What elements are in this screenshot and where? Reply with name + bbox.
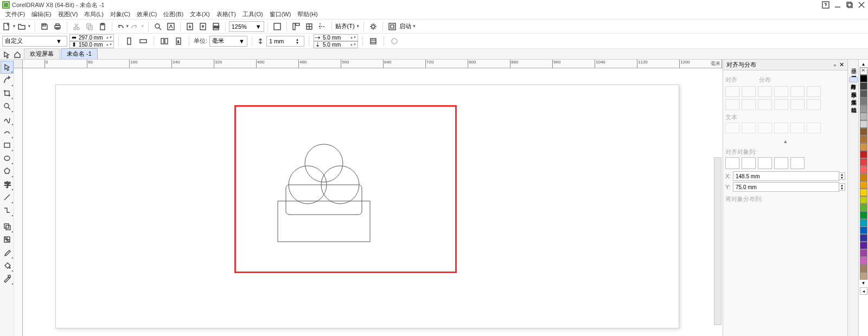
dist-top-button[interactable] [774, 99, 788, 110]
tool-rectangle[interactable] [1, 139, 14, 152]
collapse-toggle[interactable]: ▴ [725, 138, 845, 145]
menu-object[interactable]: 对象(C) [107, 10, 133, 18]
options-icon[interactable] [388, 35, 400, 47]
dup-y-input[interactable] [322, 42, 349, 48]
canvas-area[interactable]: 毫米 0801602403204004805606407208008809601… [14, 60, 723, 336]
paste-button[interactable] [97, 21, 108, 33]
palette-up-icon[interactable]: ▲ [860, 61, 867, 67]
target-page-edge-button[interactable] [742, 157, 756, 169]
color-swatch[interactable] [860, 98, 867, 105]
minimize-icon[interactable] [833, 1, 842, 9]
align-center-v-button[interactable] [742, 99, 756, 110]
zoom-combo[interactable]: ▼ [229, 21, 264, 32]
menu-edit[interactable]: 编辑(E) [28, 10, 55, 18]
tab-welcome[interactable]: 欢迎屏幕 [24, 48, 60, 59]
align-left-button[interactable] [725, 86, 739, 97]
align-bottom-button[interactable] [758, 99, 772, 110]
launch-button[interactable]: 启动▼ [399, 22, 417, 30]
docker-tab-fonts[interactable]: 字体乐园 [849, 86, 858, 90]
spinner-icon[interactable]: ▲▼ [105, 36, 113, 39]
coord-x-input[interactable] [733, 171, 839, 181]
docker-tab-align[interactable]: 对齐与分布 [849, 77, 858, 82]
ruler-horizontal[interactable]: 毫米 0801602403204004805606407208008809601… [23, 60, 723, 68]
menu-effects[interactable]: 效果(C) [133, 10, 160, 18]
menu-bitmap[interactable]: 位图(B) [160, 10, 187, 18]
export-button[interactable] [197, 21, 209, 33]
dist-center-v-button[interactable] [790, 99, 805, 110]
palette-down-icon[interactable]: ▼ [860, 280, 867, 286]
chevron-down-icon[interactable]: ▼ [56, 38, 62, 44]
target-page-center-button[interactable] [758, 157, 772, 169]
portrait-button[interactable] [123, 35, 135, 47]
maximize-icon[interactable] [845, 1, 854, 9]
copy-button[interactable] [84, 21, 95, 33]
color-swatch[interactable] [860, 158, 867, 166]
units-combo[interactable]: ▼ [209, 36, 247, 47]
dist-spacing-h-button[interactable] [807, 86, 821, 97]
color-swatch[interactable] [860, 113, 867, 120]
color-swatch[interactable] [860, 264, 867, 272]
options-button[interactable] [367, 21, 379, 33]
snap-button[interactable]: 贴齐(T)▼ [335, 22, 360, 30]
pointer-icon[interactable] [2, 50, 11, 59]
coord-y-input[interactable] [733, 182, 839, 192]
scrollbar-vertical[interactable] [714, 157, 722, 325]
close-icon[interactable] [857, 1, 866, 9]
menu-table[interactable]: 表格(T) [213, 10, 239, 18]
all-pages-button[interactable] [158, 35, 170, 47]
docker-close-icon[interactable]: ✕ [839, 61, 844, 68]
color-swatch[interactable] [860, 219, 867, 227]
color-swatch[interactable] [860, 173, 867, 181]
color-swatch[interactable] [860, 234, 867, 242]
tool-pick[interactable] [1, 61, 14, 74]
align-top-button[interactable] [725, 99, 739, 110]
color-swatch[interactable] [860, 257, 867, 264]
docker-tab-hints[interactable]: 提示 [849, 62, 858, 66]
menu-tools[interactable]: 工具(O) [239, 10, 266, 18]
docker-tab-guides[interactable]: 辅助线 [849, 101, 858, 105]
connect-button[interactable] [165, 21, 177, 33]
palette-flyout-icon[interactable]: ◂ [860, 287, 867, 295]
color-swatch[interactable] [860, 120, 867, 128]
redo-button[interactable]: ▼ [131, 22, 145, 31]
show-rulers-button[interactable] [290, 21, 302, 33]
align-center-h-button[interactable] [742, 86, 756, 97]
tool-text[interactable]: 字 [1, 178, 14, 191]
color-swatch[interactable] [860, 227, 867, 234]
tool-eyedropper[interactable] [1, 246, 14, 259]
color-swatch[interactable] [860, 272, 867, 280]
landscape-button[interactable] [137, 35, 149, 47]
page-width-input[interactable] [78, 35, 105, 41]
search-button[interactable] [152, 21, 164, 33]
target-grid-button[interactable] [774, 157, 788, 169]
menu-view[interactable]: 视图(V) [55, 10, 81, 18]
text-align-1[interactable] [725, 122, 739, 133]
color-swatch[interactable] [860, 211, 867, 219]
treat-as-filled-button[interactable] [367, 35, 379, 47]
nudge-input[interactable]: ▲▼ [266, 36, 304, 47]
tool-transparency[interactable] [1, 233, 14, 246]
fullscreen-button[interactable] [271, 21, 283, 33]
docker-tab-object-manager[interactable]: 对象管理器 [849, 69, 858, 74]
tool-polygon[interactable] [1, 165, 14, 178]
align-right-button[interactable] [758, 86, 772, 97]
cut-button[interactable] [71, 21, 82, 33]
color-swatch[interactable] [860, 82, 867, 90]
tool-freehand[interactable] [1, 113, 14, 126]
tool-ellipse[interactable] [1, 152, 14, 165]
color-swatch[interactable] [860, 151, 867, 158]
text-align-5[interactable] [790, 122, 805, 133]
pdf-button[interactable]: PDF [210, 21, 222, 33]
spinner-icon[interactable]: ▲▼ [105, 43, 113, 46]
tool-fill[interactable] [1, 259, 14, 272]
import-button[interactable] [184, 21, 196, 33]
ruler-vertical[interactable] [14, 68, 23, 336]
chevron-down-icon[interactable]: ▼ [256, 23, 261, 30]
text-align-2[interactable] [742, 122, 756, 133]
color-swatch[interactable] [860, 242, 867, 249]
menu-text[interactable]: 文本(X) [187, 10, 213, 18]
page-preset-combo[interactable]: ▼ [2, 36, 67, 47]
tool-shape[interactable] [1, 74, 14, 87]
color-swatch[interactable] [860, 143, 867, 151]
ruler-origin[interactable] [14, 60, 23, 68]
